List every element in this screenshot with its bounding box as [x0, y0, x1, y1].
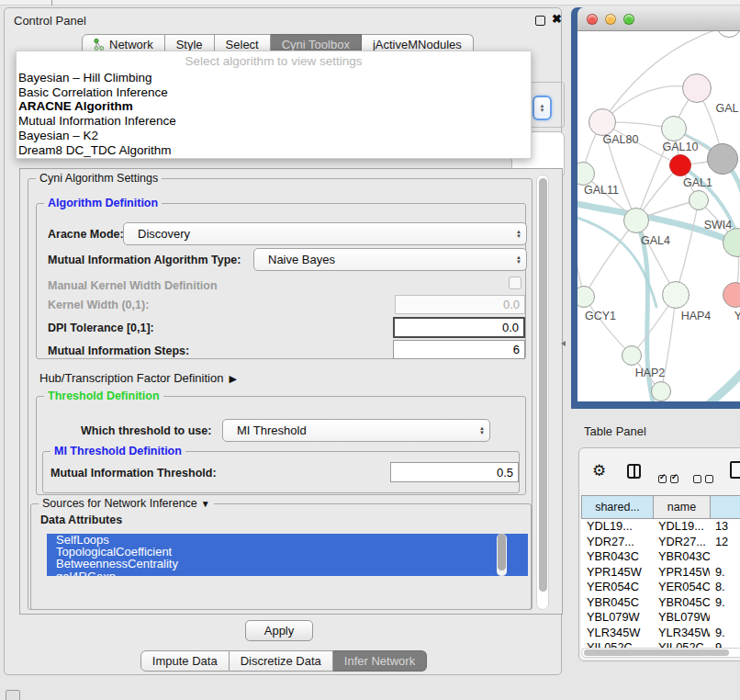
top-strip — [0, 0, 740, 6]
table-cell: 9. — [710, 595, 740, 611]
network-canvas[interactable]: GALGAL80GAL10GAL11GAL1SWI4GAL4GCY1HAP4YH… — [577, 31, 740, 401]
network-node-gal80[interactable] — [589, 108, 616, 136]
network-node-gal[interactable] — [682, 73, 712, 103]
combo-stepper-focused[interactable]: ▲▼ — [533, 96, 552, 120]
table-cell: YLR345W — [581, 626, 653, 641]
network-node-label: GAL1 — [683, 176, 712, 189]
deselect-all-checks-icon[interactable] — [693, 470, 717, 487]
tab-discretize-data[interactable]: Discretize Data — [230, 650, 333, 672]
group-title: Cyni Algorithm Settings — [36, 172, 162, 185]
select-all-checks-icon[interactable] — [658, 470, 682, 487]
network-node-gal10[interactable] — [661, 116, 687, 141]
sources-toggle[interactable]: Sources for Network Inference▼ — [39, 497, 214, 510]
data-attribute-item[interactable]: gal4RGexp — [47, 570, 528, 576]
table-cell: YDL19... — [653, 519, 710, 535]
table-row[interactable]: YPR145WYPR145W9. — [581, 565, 740, 581]
panel-title: Control Panel — [14, 14, 86, 28]
dpi-tolerance-input[interactable] — [393, 317, 525, 338]
hub-section-toggle[interactable]: Hub/Transcription Factor Definition▶ — [39, 371, 237, 385]
table-row[interactable]: YIL052CYIL052C9. — [581, 640, 740, 648]
settings-scrollbar[interactable] — [536, 175, 549, 610]
tab-label: Discretize Data — [241, 654, 321, 668]
mi-steps-input[interactable] — [393, 340, 525, 359]
tab-label: Impute Data — [152, 654, 218, 668]
mi-algorithm-type-select[interactable]: Naive Bayes ▲▼ — [253, 248, 527, 271]
network-node-hap2[interactable] — [622, 345, 642, 366]
table-cell: 9. — [710, 565, 740, 581]
tab-label: Style — [176, 38, 203, 51]
table-cell: YBR043C — [581, 549, 653, 565]
kernel-width-label: Kernel Width (0,1): — [48, 299, 149, 311]
table-cell: YBL079W — [653, 610, 710, 626]
panel-splitter-handle[interactable] — [561, 341, 566, 346]
column-header[interactable] — [710, 495, 740, 519]
network-node-label: HAP4 — [681, 310, 712, 322]
aracne-mode-select[interactable]: Discovery ▲▼ — [123, 222, 527, 245]
network-edges — [577, 31, 740, 401]
network-node-label: GAL80 — [603, 133, 639, 146]
network-node-hap4[interactable] — [662, 281, 690, 309]
network-window-titlebar[interactable] — [577, 7, 740, 31]
expanded-arrow-icon: ▼ — [201, 499, 210, 509]
table-horizontal-scrollbar[interactable] — [581, 648, 740, 658]
columns-icon[interactable] — [627, 464, 641, 479]
collapsed-panel-button[interactable] — [6, 690, 20, 700]
table-cell: YDR27... — [581, 535, 653, 550]
table-row[interactable]: YBL079WYBL079W — [581, 610, 740, 626]
algorithm-option[interactable]: Mutual Information Inference — [17, 114, 531, 129]
apply-button[interactable]: Apply — [245, 620, 313, 641]
mi-threshold-definition-group: MI Threshold Definition Mutual Informati… — [42, 451, 520, 493]
mi-algorithm-type-value: Naive Bayes — [268, 253, 335, 266]
kernel-width-input[interactable] — [395, 295, 525, 314]
float-window-icon[interactable] — [535, 16, 545, 26]
table-row[interactable]: YBR045CYBR045C9. — [581, 595, 740, 611]
table-row[interactable]: YER054CYER054C8. — [581, 580, 740, 595]
network-node-label: Y — [734, 310, 740, 322]
table-row[interactable]: YLR345WYLR345W9. — [581, 626, 740, 641]
network-node[interactable] — [669, 154, 691, 176]
mi-steps-label: Mutual Information Steps: — [48, 344, 189, 357]
tab-impute-data[interactable]: Impute Data — [140, 650, 230, 672]
gear-icon[interactable]: ⚙ — [592, 461, 606, 480]
table-row[interactable]: YDL19...YDL19...13 — [581, 519, 740, 535]
network-edge — [684, 355, 740, 401]
network-node-label: GAL10 — [663, 141, 699, 153]
table-row[interactable]: YDR27...YDR27...12 — [581, 535, 740, 550]
table-cell: YLR345W — [653, 626, 710, 641]
network-node[interactable] — [707, 143, 738, 175]
bottom-tabs: Impute DataDiscretize DataInfer Network — [5, 650, 563, 672]
tab-label: Select — [226, 38, 259, 51]
close-icon[interactable]: ✖ — [552, 12, 562, 26]
sources-group: Sources for Network Inference▼ Data Attr… — [30, 503, 532, 610]
algorithm-option[interactable]: ARACNE Algorithm — [17, 99, 531, 114]
network-node-gal1[interactable] — [689, 190, 709, 210]
algorithm-option[interactable]: Bayesian – K2 — [17, 129, 531, 143]
algorithm-option[interactable]: Basic Correlation Inference — [17, 85, 531, 100]
table-cell — [710, 610, 740, 626]
document-icon[interactable] — [730, 461, 740, 479]
algorithm-dropdown-popup: Select algorithm to view settings Bayesi… — [16, 51, 532, 159]
manual-kernel-checkbox[interactable] — [509, 277, 521, 289]
data-attribute-item[interactable]: BetweennessCentrality — [47, 558, 528, 570]
network-node-label: SWI4 — [704, 219, 733, 231]
close-traffic-light-icon[interactable] — [587, 14, 598, 25]
table-row[interactable]: YBR043CYBR043C — [581, 549, 740, 565]
network-node-gal4[interactable] — [623, 208, 649, 233]
minimize-traffic-light-icon[interactable] — [605, 14, 616, 25]
dropdown-placeholder: Select algorithm to view settings — [17, 51, 531, 71]
algorithm-option[interactable]: Bayesian – Hill Climbing — [17, 71, 531, 85]
tab-infer-network[interactable]: Infer Network — [333, 650, 427, 672]
mi-threshold-input[interactable] — [390, 462, 519, 482]
algorithm-option[interactable]: Dream8 DC_TDC Algorithm — [17, 143, 531, 158]
zoom-traffic-light-icon[interactable] — [623, 14, 634, 25]
network-edge — [602, 31, 729, 122]
attributes-scrollbar[interactable] — [497, 534, 507, 576]
which-threshold-select[interactable]: MI Threshold ▲▼ — [222, 419, 490, 442]
table-body: YDL19...YDL19...13YDR27...YDR27...12YBR0… — [581, 519, 740, 648]
table-cell: YPR145W — [653, 565, 710, 581]
network-node[interactable] — [651, 381, 671, 401]
dpi-tolerance-label: DPI Tolerance [0,1]: — [48, 322, 154, 334]
column-header[interactable]: shared... — [581, 495, 653, 519]
column-header[interactable]: name — [653, 495, 710, 519]
table-cell: YBR045C — [653, 595, 710, 611]
